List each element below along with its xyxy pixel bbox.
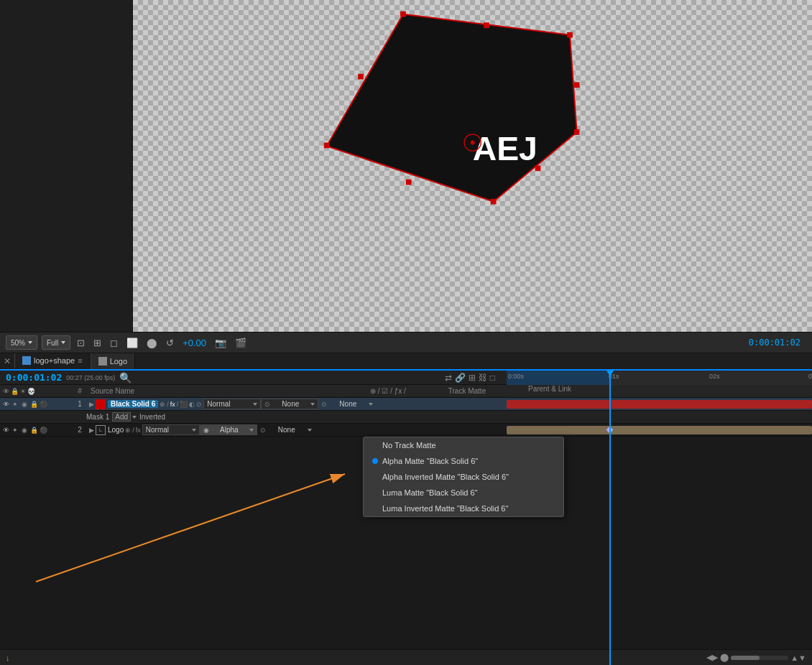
layer-1-eye[interactable]: 👁 (1, 400, 10, 409)
svg-rect-10 (535, 165, 541, 171)
mask-icon[interactable]: ◻ (108, 338, 120, 348)
zoom-slider[interactable] (731, 656, 788, 660)
layer-2-switch1[interactable]: ⊕ (125, 427, 131, 434)
layer-right-cols: Parent & Link (507, 385, 812, 397)
layer-2-shy[interactable]: ⚫ (39, 426, 47, 434)
layer-1-switch4[interactable]: ⬛ (180, 401, 188, 408)
layer-2-parent-arrow (308, 429, 312, 432)
canvas-area: AEJ (133, 0, 812, 332)
fit-icon[interactable]: ⊡ (75, 338, 87, 348)
layer-2-solo[interactable]: ◉ (20, 426, 29, 434)
dropdown-luma-inverted-matte[interactable]: Luma Inverted Matte "Black Solid 6" (364, 501, 563, 516)
grid-icon[interactable]: ⊞ (91, 338, 103, 348)
timeline-header: 0:00:01:02 00:27 (25.00 fps) 🔍 ⇄ 🔗 ⊞ ⛓ □… (0, 371, 812, 385)
bottom-right-controls: ◀▶ ⬤ ▲▼ (706, 653, 806, 662)
layer-1-parent-dropdown[interactable]: ⊙ None (318, 399, 376, 409)
layer-1-switch6[interactable]: ⊙ (196, 401, 202, 408)
quality-dropdown[interactable]: Full (42, 335, 70, 350)
mask-add-button[interactable]: Add (112, 412, 131, 422)
layer-1-switch2[interactable]: / (167, 401, 169, 408)
layer-2-switch2[interactable]: / (132, 427, 134, 434)
layer-1-switch1[interactable]: ⊕ (160, 401, 165, 408)
layer-2-expand[interactable]: ▶ (88, 427, 96, 434)
video-icon[interactable]: 🎬 (233, 338, 249, 348)
layer-1-parent: None (339, 400, 356, 408)
layer-2-vis-icons: 👁 ✦ ◉ 🔒 ⚫ (0, 426, 72, 434)
layer-2-lock[interactable]: 🔒 (29, 426, 38, 434)
comp-switch-icon[interactable]: ⇄ (445, 373, 452, 383)
mask-1-left: Mask 1 Add Inverted (0, 412, 507, 422)
3d-icon[interactable]: ⬜ (124, 338, 140, 348)
trackmatte-label: Track Matte (448, 387, 486, 395)
dropdown-no-track-matte[interactable]: No Track Matte (364, 437, 563, 453)
comp-chain-icon[interactable]: ⛓ (479, 373, 487, 383)
layer-1-icon (96, 399, 106, 409)
zoom-dropdown[interactable]: 50% (6, 335, 37, 350)
layer-columns-header: 👁 🔒 ☀ 💀 # Source Name ⊕ / ☑ / ƒx / Track… (0, 385, 812, 398)
layer-2-matte-dropdown[interactable]: ◉ Alpha (200, 424, 257, 435)
layer-1-lock[interactable]: 🔒 (29, 400, 38, 409)
canvas-shape: AEJ (262, 7, 586, 215)
layer-2-fx: ⊕ / fx (124, 427, 142, 434)
layer-1-mode-dropdown[interactable]: Normal (203, 399, 261, 409)
snapshot-icon[interactable]: 📷 (213, 338, 229, 348)
layer-1-parent-arrow (369, 403, 373, 406)
bottom-icon-3[interactable]: ▲▼ (790, 654, 806, 662)
color-icon[interactable]: ⬤ (144, 338, 160, 348)
dropdown-alpha-inverted-matte[interactable]: Alpha Inverted Matte "Black Solid 6" (364, 469, 563, 485)
layer-2-cursor[interactable]: ✦ (11, 426, 19, 434)
layer-1-expand[interactable]: ▶ (88, 401, 96, 408)
layer-2-mode-dropdown[interactable]: Normal (142, 424, 200, 435)
mask-add-arrow (132, 416, 137, 419)
bottom-icon-1[interactable]: ◀▶ (706, 653, 718, 662)
lock-col-header: 🔒 (11, 388, 19, 395)
tab-comp-label: logo+shape (34, 356, 75, 365)
timeline-search-icon[interactable]: 🔍 (119, 372, 132, 383)
layer-1-name[interactable]: Black Solid 6 (108, 400, 158, 408)
layer-1-row: 👁 ✦ ◉ 🔒 ⚫ 1 ▶ Black Solid 6 ⊕ / fx / ⬛ ◐… (0, 398, 812, 411)
layer-1-mode: Normal (207, 400, 230, 408)
tab-equals: ≡ (78, 356, 82, 365)
plus-icon[interactable]: +0.00 (180, 338, 208, 348)
layer-2-name[interactable]: Logo (108, 426, 124, 434)
col-mode-header: ⊕ / ☑ / ƒx / (349, 387, 428, 395)
comp-grid2-icon[interactable]: ⊞ (469, 373, 476, 383)
left-panel (0, 0, 133, 332)
layer-1-solo[interactable]: ◉ (20, 400, 29, 409)
quality-value: Full (47, 339, 58, 347)
tab-footage[interactable]: Logo (91, 353, 135, 369)
svg-rect-8 (484, 22, 489, 28)
shy-col-header: 💀 (27, 388, 35, 395)
close-tab-btn[interactable]: ✕ (0, 356, 14, 366)
layer-left-cols: 👁 🔒 ☀ 💀 # Source Name ⊕ / ☑ / ƒx / Track… (0, 385, 507, 397)
luma-inverted-label: Luma Inverted Matte "Black Solid 6" (382, 504, 508, 513)
layer-1-cursor[interactable]: ✦ (11, 400, 19, 409)
layer-1-switch5[interactable]: ◐ (189, 401, 195, 408)
layer-1-shy[interactable]: ⚫ (39, 400, 47, 409)
svg-rect-5 (574, 129, 580, 135)
dropdown-alpha-matte[interactable]: Alpha Matte "Black Solid 6" (364, 453, 563, 469)
tab-composition[interactable]: logo+shape ≡ (14, 353, 91, 369)
mask-1-row: Mask 1 Add Inverted (0, 411, 812, 424)
comp-box-icon[interactable]: □ (490, 373, 495, 383)
layer-2-eye[interactable]: 👁 (1, 426, 10, 434)
layer-1-left: 👁 ✦ ◉ 🔒 ⚫ 1 ▶ Black Solid 6 ⊕ / fx / ⬛ ◐… (0, 398, 507, 410)
layer-2-fx-icon[interactable]: fx (136, 427, 141, 434)
timeline-panel: 0:00:01:02 00:27 (25.00 fps) 🔍 ⇄ 🔗 ⊞ ⛓ □… (0, 371, 812, 665)
layer-1-fx: ⊕ / fx / ⬛ ◐ ⊙ (158, 401, 203, 408)
layer-1-fx-icon[interactable]: fx (170, 401, 175, 408)
svg-rect-6 (491, 199, 497, 205)
zoom-arrow (28, 341, 32, 344)
reset-icon[interactable]: ↺ (164, 338, 176, 348)
layer-1-switch3[interactable]: / (177, 401, 179, 408)
svg-text:AEJ: AEJ (473, 130, 538, 167)
bottom-icon-2[interactable]: ⬤ (720, 653, 729, 662)
svg-rect-2 (324, 143, 330, 149)
timeline-timecode[interactable]: 0:00:01:02 (6, 372, 62, 383)
luma-matte-label: Luma Matte "Black Solid 6" (382, 488, 478, 497)
layer-2-parent-dropdown[interactable]: ⊙ None (257, 425, 315, 434)
timeline-icon-group: ⇄ 🔗 ⊞ ⛓ □ (445, 373, 501, 383)
layer-1-matte-dropdown[interactable]: ⊙ None (261, 399, 318, 409)
comp-link-icon[interactable]: 🔗 (455, 373, 466, 383)
dropdown-luma-matte[interactable]: Luma Matte "Black Solid 6" (364, 485, 563, 501)
